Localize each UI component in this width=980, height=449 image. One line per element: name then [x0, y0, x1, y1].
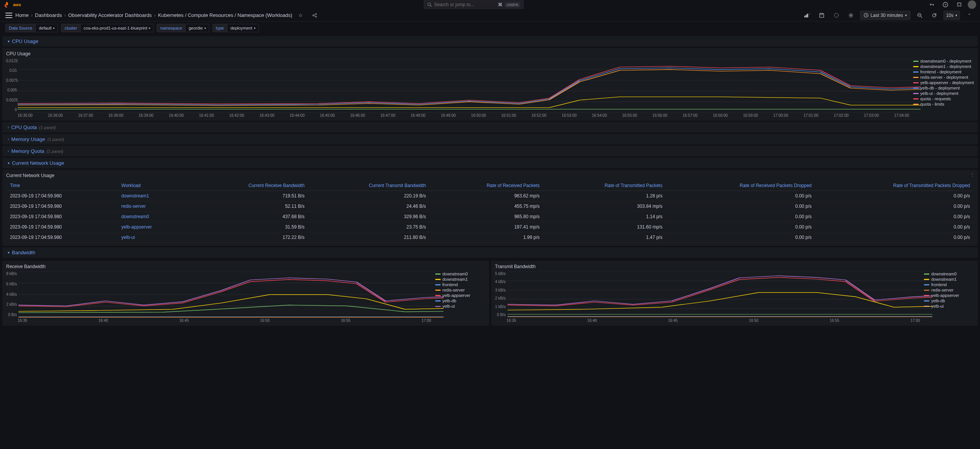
settings-icon[interactable] — [846, 10, 856, 21]
time-range-picker[interactable]: Last 30 minutes ▾ — [860, 11, 910, 20]
breadcrumb-home[interactable]: Home — [15, 12, 29, 18]
network-usage-table: TimeWorkloadCurrent Receive BandwidthCur… — [6, 181, 974, 243]
panel-menu-icon[interactable]: ⋮ — [970, 172, 975, 177]
var-namespace[interactable]: namespace geordie ▾ — [157, 24, 209, 32]
table-header[interactable]: Workload — [118, 181, 189, 191]
legend-item[interactable]: redis-server - deployment — [913, 75, 974, 80]
user-avatar[interactable] — [968, 0, 976, 9]
breadcrumb-folder[interactable]: Observability Accelerator Dashboards — [68, 12, 152, 18]
table-header[interactable]: Rate of Received Packets Dropped — [666, 181, 815, 191]
row-cpu-quota[interactable]: › CPU Quota (1 panel) — [2, 122, 978, 133]
kbd-icon: ⌘ — [498, 2, 502, 7]
chevron-down-icon: ▾ — [8, 39, 10, 43]
chevron-right-icon: › — [8, 149, 9, 153]
legend-label: downstream1 — [931, 277, 957, 282]
add-panel-icon[interactable]: + — [802, 10, 813, 21]
table-header[interactable]: Rate of Received Packets — [430, 181, 544, 191]
chevron-right-icon: › — [8, 137, 9, 141]
transmit-bw-chart[interactable]: 5 kB/s4 kB/s3 kB/s2 kB/s1 kB/s0 B/s 16:3… — [495, 272, 920, 323]
refresh-interval-picker[interactable]: 10s ▾ — [944, 11, 960, 20]
search-icon — [427, 2, 432, 7]
insights-icon[interactable] — [831, 10, 842, 21]
table-row[interactable]: 2023-09-19 17:04:59.980redis-server52.11… — [6, 201, 974, 212]
legend-item[interactable]: quota - limits — [913, 102, 974, 106]
table-row[interactable]: 2023-09-19 17:04:59.980yelb-ui172.22 B/s… — [6, 232, 974, 243]
legend-label: frontend — [931, 282, 947, 287]
table-row[interactable]: 2023-09-19 17:04:59.980downstream0437.68… — [6, 212, 974, 222]
table-header[interactable]: Current Receive Bandwidth — [189, 181, 308, 191]
chevron-up-icon[interactable]: ⌃ — [964, 10, 975, 21]
aws-logo: aws — [13, 2, 21, 7]
panel-title: Transmit Bandwidth — [495, 264, 974, 269]
legend-item[interactable]: yelb-db - deployment — [913, 86, 974, 90]
table-header[interactable]: Rate of Transmitted Packets Dropped — [816, 181, 974, 191]
var-datasource[interactable]: Data Source default ▾ — [5, 24, 58, 32]
table-row[interactable]: 2023-09-19 17:04:59.980yelb-appserver31.… — [6, 222, 974, 232]
legend-item[interactable]: yelb-appserver - deployment — [913, 80, 974, 85]
time-range-label: Last 30 minutes — [871, 13, 903, 18]
plus-icon[interactable]: +▾ — [926, 0, 937, 10]
legend-label: downstream0 — [443, 272, 468, 276]
cpu-usage-chart[interactable]: 0.01250.010.00750.0050.00250 16:35:0016:… — [6, 59, 909, 118]
news-icon[interactable] — [954, 0, 965, 10]
legend-item[interactable]: yelb-ui - deployment — [913, 91, 974, 96]
kbd-hint: cmd+k — [505, 2, 520, 7]
breadcrumb-title: Kubernetes / Compute Resources / Namespa… — [158, 12, 292, 18]
panel-title: CPU Usage — [6, 51, 974, 56]
panel-transmit-bandwidth: Transmit Bandwidth 5 kB/s4 kB/s3 kB/s2 k… — [491, 261, 978, 326]
legend-label: yelb-ui - deployment — [920, 91, 958, 96]
breadcrumb-dashboards[interactable]: Dashboards — [35, 12, 62, 18]
save-icon[interactable] — [816, 10, 827, 21]
share-icon[interactable] — [309, 10, 320, 21]
legend-label: frontend - deployment — [920, 70, 962, 74]
refresh-icon[interactable] — [929, 10, 940, 21]
row-cpu-usage[interactable]: ▾ CPU Usage — [2, 36, 978, 46]
row-network[interactable]: ▾ Current Network Usage — [2, 158, 978, 168]
row-memory-quota[interactable]: › Memory Quota (1 panel) — [2, 146, 978, 156]
legend-label: yelb-db — [443, 298, 456, 303]
chevron-down-icon: ▾ — [8, 250, 10, 255]
svg-line-7 — [314, 14, 315, 15]
panel-title: Current Network Usage — [6, 173, 974, 178]
search-input-wrap[interactable]: ⌘ cmd+k — [424, 0, 524, 9]
var-type[interactable]: type deployment ▾ — [212, 24, 259, 32]
svg-point-6 — [315, 16, 317, 17]
legend-label: yelb-db - deployment — [920, 86, 960, 90]
clock-icon — [864, 13, 869, 18]
svg-rect-9 — [804, 15, 806, 17]
table-row[interactable]: 2023-09-19 17:04:59.980downstream1719.51… — [6, 191, 974, 201]
cpu-legend: downstream0 - deploymentdownstream1 - de… — [913, 59, 974, 118]
legend-item[interactable]: downstream1 - deployment — [913, 64, 974, 69]
legend-label: yelb-appserver - deployment — [920, 80, 974, 85]
legend-item[interactable]: frontend - deployment — [913, 70, 974, 74]
legend-item[interactable]: downstream0 - deployment — [913, 59, 974, 63]
legend-label: yelb-db — [931, 298, 945, 303]
legend-label: redis-server — [443, 288, 465, 292]
row-memory-usage[interactable]: › Memory Usage (1 panel) — [2, 134, 978, 144]
grafana-logo-icon[interactable] — [4, 2, 10, 8]
var-cluster[interactable]: cluster coa-eks-prod1-us-east-1-blueprin… — [61, 24, 154, 32]
legend-item[interactable]: quota - requests — [913, 96, 974, 101]
table-header[interactable]: Current Transmit Bandwidth — [308, 181, 430, 191]
variables-bar: Data Source default ▾ cluster coa-eks-pr… — [0, 22, 980, 35]
receive-bw-chart[interactable]: 8 kB/s6 kB/s4 kB/s2 kB/s0 B/s 16:3516:40… — [6, 272, 431, 323]
svg-point-0 — [428, 3, 431, 6]
main-nav: Home› Dashboards› Observability Accelera… — [0, 9, 980, 22]
panel-receive-bandwidth: Receive Bandwidth 8 kB/s6 kB/s4 kB/s2 kB… — [2, 261, 489, 326]
help-icon[interactable]: ? — [940, 0, 951, 10]
chevron-down-icon: ▾ — [955, 13, 957, 17]
star-icon[interactable]: ☆ — [295, 10, 306, 21]
legend-label: quota - requests — [920, 96, 951, 101]
table-header[interactable]: Rate of Transmitted Packets — [544, 181, 667, 191]
legend-label: yelb-appserver — [931, 293, 959, 298]
panel-cpu-usage: CPU Usage 0.01250.010.00750.0050.00250 1… — [2, 48, 978, 121]
svg-point-4 — [313, 15, 314, 16]
table-header[interactable]: Time — [6, 181, 118, 191]
panel-network-table: Current Network Usage ⋮ TimeWorkloadCurr… — [2, 170, 978, 246]
legend-label: frontend — [443, 282, 458, 287]
search-input[interactable] — [434, 2, 496, 7]
zoom-out-icon[interactable] — [914, 10, 925, 21]
breadcrumb: Home› Dashboards› Observability Accelera… — [15, 12, 292, 18]
mega-menu-icon[interactable] — [5, 13, 12, 18]
row-bandwidth[interactable]: ▾ Bandwidth — [2, 247, 978, 258]
